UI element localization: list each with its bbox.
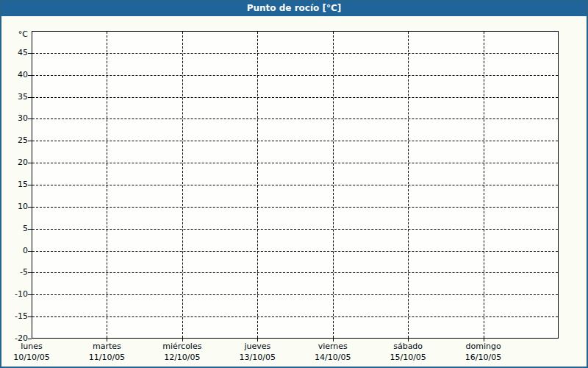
h-gridline	[32, 163, 558, 163]
h-gridline	[32, 294, 558, 295]
day-name: viernes	[315, 341, 351, 352]
h-gridline	[32, 229, 558, 230]
y-tick-mark	[28, 118, 32, 119]
x-day-label: sábado15/10/05	[390, 341, 426, 363]
v-gridline	[182, 32, 183, 338]
y-tick-mark	[28, 207, 32, 208]
chart-window: Punto de rocío [°C] °C454035302520151050…	[0, 0, 588, 368]
x-day-label: miércoles12/10/05	[162, 341, 201, 363]
day-name: martes	[89, 341, 125, 352]
y-tick-mark	[28, 141, 32, 141]
y-tick-mark	[28, 75, 32, 76]
day-name: jueves	[240, 341, 276, 352]
y-tick-label: 45	[0, 48, 28, 58]
day-name: sábado	[390, 341, 426, 352]
y-tick-mark	[28, 53, 32, 54]
y-tick-label: 25	[0, 135, 28, 146]
day-date: 15/10/05	[390, 352, 426, 363]
y-tick-label: -10	[0, 289, 28, 300]
x-day-label: viernes14/10/05	[315, 341, 351, 363]
h-gridline	[32, 53, 558, 54]
v-gridline	[257, 32, 258, 338]
y-axis-unit-label: °C	[0, 29, 28, 40]
y-tick-label: 20	[0, 158, 28, 168]
y-tick-mark	[28, 316, 32, 317]
day-name: domingo	[465, 341, 501, 352]
y-tick-label: 30	[0, 113, 28, 124]
y-tick-label: 15	[0, 180, 28, 190]
y-tick-label: 5	[0, 224, 28, 234]
y-tick-mark	[28, 229, 32, 230]
h-gridline	[32, 272, 558, 273]
h-gridline	[32, 97, 558, 98]
x-day-label: lunes10/10/05	[13, 341, 49, 363]
day-name: miércoles	[162, 341, 201, 352]
h-gridline	[32, 185, 558, 185]
y-tick-mark	[28, 97, 32, 98]
y-tick-label: 35	[0, 92, 28, 102]
day-date: 11/10/05	[89, 352, 125, 363]
y-tick-label: 10	[0, 202, 28, 212]
y-tick-mark	[28, 339, 32, 339]
y-tick-mark	[28, 185, 32, 185]
h-gridline	[32, 316, 558, 317]
h-gridline	[32, 75, 558, 76]
x-day-label: domingo16/10/05	[465, 341, 501, 363]
v-gridline	[408, 32, 409, 338]
y-tick-label: 40	[0, 70, 28, 80]
chart-title-bar: Punto de rocío [°C]	[0, 0, 588, 16]
y-tick-label: -15	[0, 311, 28, 322]
h-gridline	[32, 207, 558, 208]
h-gridline	[32, 251, 558, 252]
v-gridline	[333, 32, 334, 338]
h-gridline	[32, 118, 558, 119]
day-date: 12/10/05	[162, 352, 201, 363]
y-tick-label: 0	[0, 246, 28, 256]
day-date: 14/10/05	[315, 352, 351, 363]
day-name: lunes	[13, 341, 49, 352]
y-tick-label: -5	[0, 267, 28, 277]
y-tick-mark	[28, 251, 32, 252]
chart-title: Punto de rocío [°C]	[247, 3, 342, 13]
y-tick-mark	[28, 163, 32, 163]
x-day-label: jueves13/10/05	[240, 341, 276, 363]
day-date: 10/10/05	[13, 352, 49, 363]
day-date: 16/10/05	[465, 352, 501, 363]
chart-area: Punto de rocío [°C] °C454035302520151050…	[0, 0, 588, 368]
h-gridline	[32, 141, 558, 141]
day-date: 13/10/05	[240, 352, 276, 363]
y-tick-mark	[28, 294, 32, 295]
v-gridline	[107, 32, 107, 338]
y-tick-mark	[28, 272, 32, 273]
x-day-label: martes11/10/05	[89, 341, 125, 363]
v-gridline	[484, 32, 484, 338]
